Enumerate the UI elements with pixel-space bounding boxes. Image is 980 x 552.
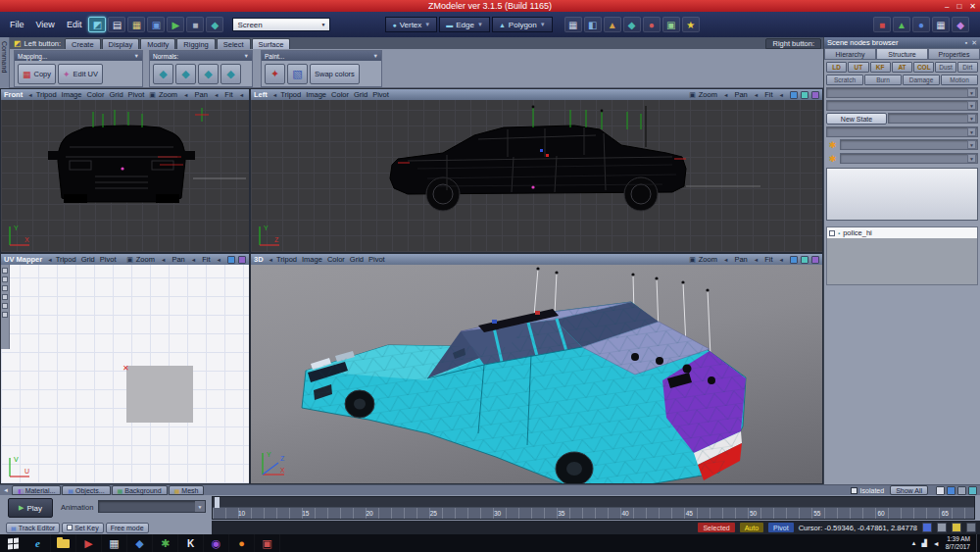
dot-icon[interactable]: ● bbox=[643, 17, 661, 32]
edit-uv-button[interactable]: ✦ Edit UV bbox=[58, 64, 103, 84]
viewport-menu-pivot[interactable]: Pivot bbox=[100, 255, 117, 264]
volume-icon[interactable]: ◄ bbox=[933, 540, 940, 547]
firefox-taskbar-icon[interactable]: ● bbox=[229, 534, 255, 552]
gem-tool-icon[interactable]: ◆ bbox=[952, 17, 969, 32]
viewport-menu-grid[interactable]: Grid bbox=[350, 255, 364, 264]
viewport-title[interactable]: 3D bbox=[254, 255, 264, 264]
status-icon[interactable] bbox=[952, 523, 961, 532]
wire-mode-icon[interactable] bbox=[801, 256, 808, 264]
layout-icon[interactable]: ▣ bbox=[689, 91, 696, 99]
normals-split-icon[interactable]: ◆ bbox=[220, 64, 241, 84]
viewport-menu-grid[interactable]: Grid bbox=[109, 90, 122, 99]
box-icon[interactable]: ▣ bbox=[662, 17, 680, 32]
menu-file[interactable]: File bbox=[4, 20, 30, 29]
track-editor-button[interactable]: ▤ Track Editor bbox=[6, 523, 60, 533]
viewport-menu-tripod[interactable]: Tripod bbox=[276, 255, 297, 264]
uv-viewport-canvas[interactable]: ✕ V U bbox=[1, 265, 249, 483]
viewport-fit[interactable]: Fit bbox=[224, 90, 232, 99]
tab-properties[interactable]: Properties bbox=[928, 48, 980, 60]
chevron-left-icon[interactable]: ◄ bbox=[27, 92, 32, 98]
timeline-frame-marker[interactable] bbox=[215, 497, 220, 508]
save-icon[interactable]: ▣ bbox=[147, 17, 165, 32]
menu-edit[interactable]: Edit bbox=[61, 20, 88, 29]
vertex-mode-button[interactable]: ● Vertex ▼ bbox=[385, 17, 437, 32]
hierarchy-tree[interactable]: ▪ police_hi bbox=[826, 226, 978, 285]
viewport-menu-image[interactable]: Image bbox=[302, 255, 322, 264]
viewport-menu-color[interactable]: Color bbox=[86, 90, 104, 99]
pivot-badge[interactable]: Pivot bbox=[768, 523, 794, 532]
chevron-down-icon[interactable]: ▼ bbox=[244, 53, 249, 59]
red-tool-icon[interactable]: ■ bbox=[873, 17, 891, 32]
convert-flower-icon[interactable]: ✱ bbox=[826, 139, 839, 151]
stop-icon[interactable]: ■ bbox=[186, 17, 204, 32]
animation-dropdown[interactable]: ▼ bbox=[98, 500, 206, 513]
status-icon[interactable] bbox=[966, 523, 976, 532]
network-icon[interactable]: ▟ bbox=[921, 539, 926, 547]
viewport-title[interactable]: UV Mapper bbox=[4, 255, 42, 264]
maximize-viewport-icon[interactable] bbox=[811, 91, 819, 99]
copy-mapping-button[interactable]: ▦ Copy bbox=[18, 64, 56, 84]
viewport-fit[interactable]: Fit bbox=[764, 255, 772, 264]
shade-mode-icon[interactable] bbox=[790, 256, 798, 264]
maximize-viewport-icon[interactable] bbox=[238, 256, 246, 264]
panel-tool-icon[interactable]: ▦ bbox=[932, 17, 950, 32]
states-list-box[interactable] bbox=[826, 168, 978, 221]
green-tool-icon[interactable]: ▲ bbox=[893, 17, 910, 32]
open-icon[interactable]: ▦ bbox=[127, 17, 145, 32]
viewport-menu-color[interactable]: Color bbox=[327, 255, 345, 264]
scene-browser-titlebar[interactable]: Scene nodes browser ▪ ✕ bbox=[824, 37, 980, 48]
titlebar[interactable]: ZModeler ver 3.1.5 (Build 1165) – □ ✕ bbox=[0, 0, 980, 12]
file-explorer-icon[interactable] bbox=[51, 534, 76, 552]
viewport-menu-image[interactable]: Image bbox=[306, 90, 326, 99]
chevron-down-icon[interactable]: ▼ bbox=[373, 53, 378, 59]
tab-mesh[interactable]: ▦ Mesh bbox=[169, 485, 205, 495]
viewport-menu-image[interactable]: Image bbox=[62, 90, 82, 99]
viewport-zoom[interactable]: Zoom bbox=[699, 255, 717, 264]
taskbar-app-icon[interactable]: ◆ bbox=[127, 534, 153, 552]
new-state-button[interactable]: New State bbox=[826, 113, 887, 125]
3d-viewport-canvas[interactable]: Y X Z bbox=[251, 265, 822, 483]
ie-taskbar-icon[interactable]: e bbox=[25, 534, 51, 552]
view-option-icon[interactable] bbox=[968, 486, 977, 495]
show-desktop-button[interactable] bbox=[976, 534, 980, 552]
gizmo-icon[interactable]: ◆ bbox=[206, 17, 223, 32]
viewport-menu-pivot[interactable]: Pivot bbox=[128, 90, 145, 99]
state-scratch-button[interactable]: Scratch bbox=[826, 75, 863, 85]
viewport-menu-pivot[interactable]: Pivot bbox=[368, 255, 385, 264]
blue-tool-icon[interactable]: ● bbox=[912, 17, 930, 32]
tab-objects[interactable]: ▤ Objects... bbox=[62, 485, 110, 495]
convert-flower-icon[interactable]: ✱ bbox=[826, 153, 839, 165]
timeline-ruler[interactable]: 10 15 20 25 30 35 40 45 50 55 60 65 bbox=[213, 508, 974, 519]
star-icon[interactable]: ★ bbox=[682, 17, 700, 32]
show-hidden-icons-icon[interactable]: ▴ bbox=[912, 539, 916, 547]
minimize-button[interactable]: – bbox=[945, 2, 949, 11]
tab-material[interactable]: ◧ Material... bbox=[12, 485, 61, 495]
shade-mode-icon[interactable] bbox=[227, 256, 235, 264]
status-icon[interactable] bbox=[922, 523, 932, 532]
command-strip[interactable]: Command bbox=[0, 37, 10, 90]
state-at-button[interactable]: AT bbox=[892, 62, 912, 73]
tree-item-police-hi[interactable]: ▪ police_hi bbox=[827, 227, 977, 238]
uv-shell[interactable] bbox=[126, 366, 193, 423]
start-button[interactable] bbox=[0, 534, 25, 552]
polygon-mode-button[interactable]: ▲ Polygon ▼ bbox=[492, 17, 553, 32]
viewport-menu-tripod[interactable]: Tripod bbox=[36, 90, 57, 99]
viewport-pan[interactable]: Pan bbox=[172, 255, 184, 264]
right-button-label[interactable]: Right button: bbox=[765, 38, 821, 49]
tab-structure[interactable]: Structure bbox=[876, 48, 928, 60]
triangle-icon[interactable]: ▲ bbox=[604, 17, 621, 32]
auto-badge[interactable]: Auto bbox=[740, 523, 763, 532]
taskbar-app-icon[interactable]: ◉ bbox=[204, 534, 229, 552]
paint-fill-icon[interactable]: ▧ bbox=[287, 64, 308, 84]
viewport-zoom[interactable]: Zoom bbox=[159, 90, 177, 99]
pointer-tool-icon[interactable]: ◩ bbox=[88, 17, 106, 32]
state-kf-button[interactable]: KF bbox=[870, 62, 891, 73]
chevron-left-icon[interactable]: ◄ bbox=[47, 257, 52, 263]
uv-toolbar[interactable] bbox=[1, 265, 10, 349]
tab-rigging[interactable]: Rigging bbox=[176, 38, 215, 49]
free-mode-button[interactable]: Free mode bbox=[106, 523, 149, 533]
view-option-icon[interactable] bbox=[947, 486, 956, 495]
viewport-pan[interactable]: Pan bbox=[734, 255, 747, 264]
state-motion-button[interactable]: Motion bbox=[941, 75, 978, 85]
show-all-button[interactable]: Show All bbox=[890, 485, 928, 495]
